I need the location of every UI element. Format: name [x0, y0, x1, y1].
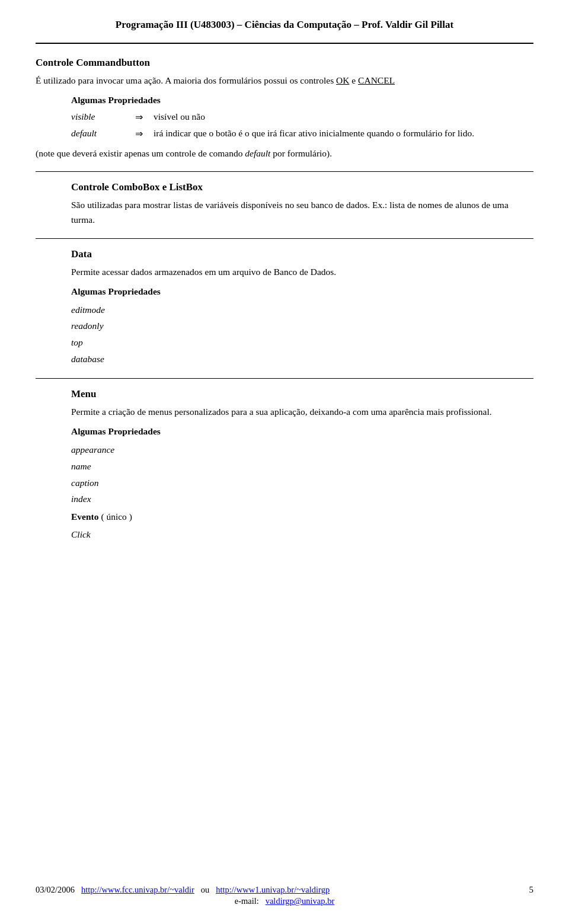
menu-body: Permite a criação de menus personalizado…: [71, 405, 533, 439]
commandbutton-body: É utilizado para invocar uma ação. A mai…: [36, 73, 533, 161]
top-divider: [36, 43, 533, 44]
data-prop-list: editmode readonly top database: [71, 302, 533, 368]
footer-line1: 03/02/2006 http://www.fcc.univap.br/~val…: [36, 885, 533, 895]
menu-event-row: Evento ( único ): [71, 509, 533, 525]
section-combobox: Controle ComboBox e ListBox São utilizad…: [36, 181, 533, 228]
prop-top: top: [71, 334, 533, 351]
divider-2: [36, 238, 533, 239]
property-visible: visible ⇒ visível ou não: [71, 110, 533, 125]
menu-properties-label: Algumas Propriedades: [71, 424, 533, 439]
menu-title: Menu: [71, 388, 533, 400]
page-footer: 03/02/2006 http://www.fcc.univap.br/~val…: [36, 885, 533, 906]
prop-caption: caption: [71, 475, 533, 491]
footer-link2[interactable]: http://www1.univap.br/~valdirgp: [216, 885, 330, 894]
prop-index: index: [71, 491, 533, 507]
prop-readonly: readonly: [71, 318, 533, 334]
menu-prop-list: appearance name caption index: [71, 442, 533, 508]
divider-1: [36, 171, 533, 172]
commandbutton-properties-label: Algumas Propriedades: [71, 93, 533, 108]
property-default: default ⇒ irá indicar que o botão é o qu…: [71, 126, 533, 142]
combobox-title: Controle ComboBox e ListBox: [71, 181, 533, 193]
section-data: Data Permite acessar dados armazenados e…: [36, 248, 533, 367]
footer-link1[interactable]: http://www.fcc.univap.br/~valdir: [81, 885, 194, 894]
prop-name: name: [71, 458, 533, 475]
menu-click-value: Click: [71, 526, 533, 543]
page-number: 5: [529, 885, 534, 895]
section-commandbutton: Controle Commandbutton É utilizado para …: [36, 57, 533, 161]
footer-line2: e-mail: valdirgp@univap.br: [36, 896, 533, 906]
data-properties-label: Algumas Propriedades: [71, 284, 533, 299]
prop-appearance: appearance: [71, 442, 533, 458]
prop-database: database: [71, 351, 533, 367]
section-menu: Menu Permite a criação de menus personal…: [36, 388, 533, 543]
prop-editmode: editmode: [71, 302, 533, 318]
commandbutton-title: Controle Commandbutton: [36, 57, 533, 69]
combobox-body: São utilizadas para mostrar listas de va…: [71, 198, 533, 228]
page-header: Programação III (U483003) – Ciências da …: [36, 18, 533, 32]
footer-email[interactable]: valdirgp@univap.br: [266, 896, 335, 906]
data-body: Permite acessar dados armazenados em um …: [71, 265, 533, 299]
divider-3: [36, 378, 533, 379]
data-title: Data: [71, 248, 533, 260]
